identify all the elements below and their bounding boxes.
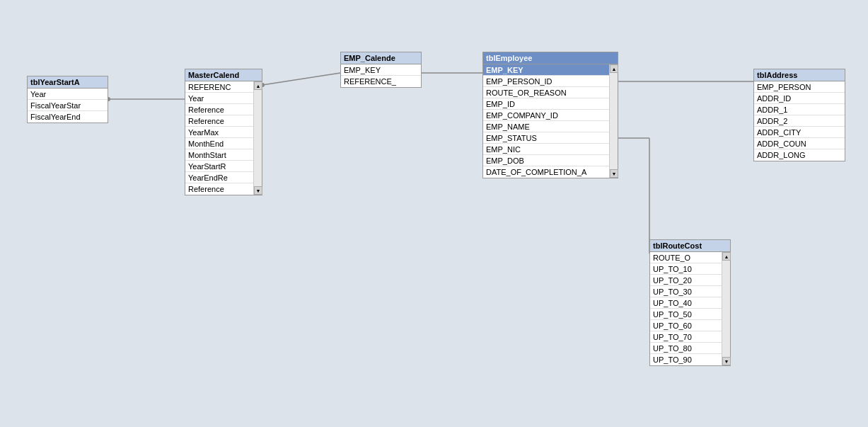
- table-tblYearStartA[interactable]: tblYearStartA Year FiscalYearStar Fiscal…: [27, 76, 108, 123]
- scroll-down-arrow[interactable]: ▼: [610, 169, 618, 178]
- field-row: Year: [185, 93, 253, 104]
- field-row: ADDR_2: [754, 115, 845, 127]
- field-row: EMP_NIC: [483, 144, 609, 155]
- field-row: Year: [28, 89, 108, 100]
- field-row: ADDR_CITY: [754, 127, 845, 138]
- table-header-tblAddress: tblAddress: [754, 69, 845, 81]
- field-row: EMP_DOB: [483, 155, 609, 166]
- field-row: DATE_OF_COMPLETION_A: [483, 166, 609, 178]
- table-body-tblEmployee: EMP_KEY EMP_PERSON_ID ROUTE_OR_REASON EM…: [483, 64, 618, 178]
- table-body-tblYearStartA: Year FiscalYearStar FiscalYearEnd: [28, 89, 108, 123]
- table-header-EMP-Calende: EMP_Calende: [341, 52, 421, 64]
- tblroutecost-scrollbar[interactable]: ▲ ▼: [722, 252, 730, 365]
- table-tblAddress[interactable]: tblAddress EMP_PERSON ADDR_ID ADDR_1 ADD…: [753, 69, 845, 161]
- field-row: REFERENC: [185, 81, 253, 93]
- tblemployee-scrollbar[interactable]: ▲ ▼: [609, 64, 618, 178]
- diagram-canvas: tblYearStartA Year FiscalYearStar Fiscal…: [0, 0, 868, 427]
- field-row: YearMax: [185, 127, 253, 138]
- field-row: ADDR_LONG: [754, 149, 845, 161]
- field-row: Reference: [185, 183, 253, 195]
- table-body-MasterCalend: REFERENC Year Reference Reference YearMa…: [185, 81, 262, 195]
- table-body-tblRouteCost: ROUTE_O UP_TO_10 UP_TO_20 UP_TO_30 UP_TO…: [650, 252, 730, 365]
- field-row: MonthStart: [185, 149, 253, 161]
- field-row: MonthEnd: [185, 138, 253, 149]
- field-row: UP_TO_20: [650, 275, 722, 286]
- field-row: ROUTE_O: [650, 252, 722, 263]
- scroll-up-arrow[interactable]: ▲: [610, 64, 618, 73]
- field-row: YearEndRe: [185, 172, 253, 183]
- table-MasterCalend[interactable]: MasterCalend REFERENC Year Reference Ref…: [185, 69, 262, 195]
- field-row: EMP_COMPANY_ID: [483, 110, 609, 121]
- field-row: EMP_ID: [483, 98, 609, 110]
- scroll-down-arrow[interactable]: ▼: [254, 186, 262, 195]
- field-row: ROUTE_OR_REASON: [483, 87, 609, 98]
- field-row: EMP_STATUS: [483, 132, 609, 144]
- field-row: UP_TO_10: [650, 263, 722, 275]
- field-row: UP_TO_40: [650, 297, 722, 309]
- field-row: UP_TO_90: [650, 354, 722, 365]
- field-row: ADDR_1: [754, 104, 845, 115]
- field-row: EMP_NAME: [483, 121, 609, 132]
- field-row: EMP_KEY: [483, 64, 609, 76]
- field-row: EMP_KEY: [341, 64, 421, 76]
- table-header-tblRouteCost: tblRouteCost: [650, 240, 730, 252]
- field-row: UP_TO_80: [650, 343, 722, 354]
- field-row: Reference: [185, 115, 253, 127]
- field-row: UP_TO_60: [650, 320, 722, 331]
- field-row: REFERENCE_: [341, 76, 421, 87]
- field-row: Reference: [185, 104, 253, 115]
- scroll-up-arrow[interactable]: ▲: [722, 252, 731, 261]
- field-row: EMP_PERSON: [754, 81, 845, 93]
- connectors-svg: [0, 0, 868, 427]
- scroll-up-arrow[interactable]: ▲: [254, 81, 262, 90]
- field-row: ADDR_ID: [754, 93, 845, 104]
- table-header-MasterCalend: MasterCalend: [185, 69, 262, 81]
- table-header-tblEmployee: tblEmployee: [483, 52, 618, 64]
- field-row: ADDR_COUN: [754, 138, 845, 149]
- svg-line-2: [262, 73, 340, 85]
- field-row: YearStartR: [185, 161, 253, 172]
- table-tblRouteCost[interactable]: tblRouteCost ROUTE_O UP_TO_10 UP_TO_20 U…: [649, 239, 731, 366]
- table-header-tblYearStartA: tblYearStartA: [28, 76, 108, 89]
- field-row: FiscalYearStar: [28, 100, 108, 111]
- scroll-track: [610, 73, 618, 169]
- scroll-down-arrow[interactable]: ▼: [722, 357, 731, 365]
- scroll-track: [254, 90, 262, 186]
- field-row: EMP_PERSON_ID: [483, 76, 609, 87]
- table-body-tblAddress: EMP_PERSON ADDR_ID ADDR_1 ADDR_2 ADDR_CI…: [754, 81, 845, 161]
- master-calend-scrollbar[interactable]: ▲ ▼: [253, 81, 262, 195]
- table-EMP-Calende[interactable]: EMP_Calende EMP_KEY REFERENCE_: [340, 52, 422, 88]
- field-row: FiscalYearEnd: [28, 111, 108, 123]
- table-body-EMP-Calende: EMP_KEY REFERENCE_: [341, 64, 421, 87]
- field-row: UP_TO_70: [650, 331, 722, 343]
- field-row: UP_TO_30: [650, 286, 722, 297]
- field-row: UP_TO_50: [650, 309, 722, 320]
- table-tblEmployee[interactable]: tblEmployee EMP_KEY EMP_PERSON_ID ROUTE_…: [482, 52, 618, 178]
- scroll-track: [722, 261, 730, 357]
